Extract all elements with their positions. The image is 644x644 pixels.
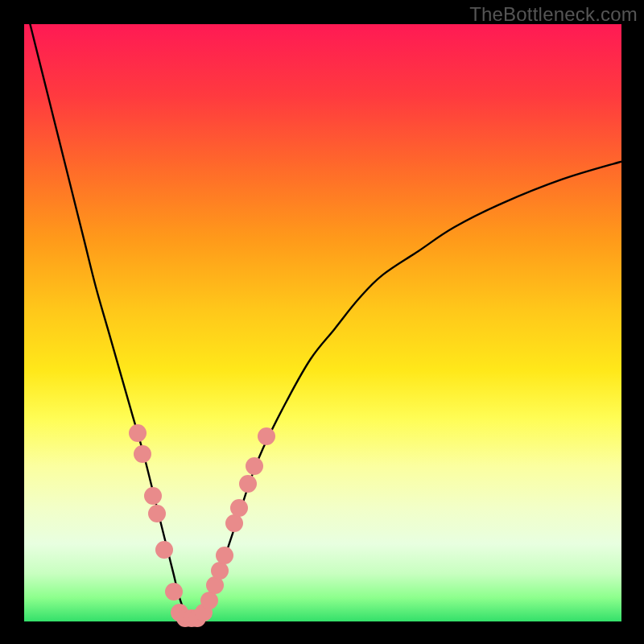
- data-marker: [155, 541, 173, 559]
- data-marker: [239, 475, 257, 493]
- data-marker: [216, 547, 233, 564]
- data-marker: [129, 424, 147, 442]
- plot-area: [24, 24, 621, 621]
- data-marker: [246, 457, 263, 475]
- data-marker: [165, 583, 183, 601]
- data-marker: [258, 427, 275, 445]
- data-marker: [230, 499, 248, 517]
- data-marker: [148, 505, 166, 522]
- data-marker: [134, 445, 151, 463]
- chart-stage: TheBottleneck.com: [0, 0, 644, 644]
- watermark-text: TheBottleneck.com: [469, 3, 638, 26]
- data-marker: [211, 562, 229, 580]
- bottleneck-curve: [24, 24, 621, 619]
- data-marker: [144, 487, 162, 505]
- curve-svg: [24, 24, 621, 621]
